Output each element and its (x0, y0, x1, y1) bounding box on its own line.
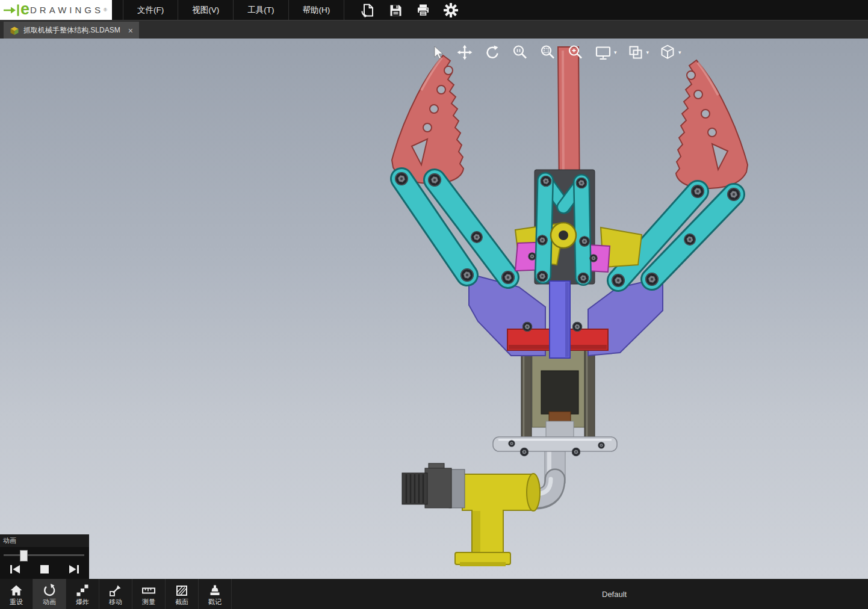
rotate-icon (483, 43, 501, 61)
chevron-down-icon[interactable]: ▾ (646, 50, 649, 55)
skip-end-icon (67, 562, 81, 577)
rotate-tool[interactable] (483, 43, 501, 61)
document-tab[interactable]: 抓取机械手整体结构.SLDASM × (4, 22, 139, 39)
section-icon (175, 583, 189, 598)
viewport-toolbar: ▾ ▾ ▾ (428, 43, 681, 61)
pan-tool[interactable] (456, 43, 474, 61)
viewport: ▾ ▾ ▾ 动画 (0, 39, 868, 579)
logo-registered-mark: ® (104, 7, 107, 13)
part-gripper-finger-right (676, 60, 748, 188)
select-tool[interactable] (428, 43, 446, 61)
menu-tools[interactable]: 工具(T) (234, 0, 288, 20)
appearance-tool[interactable]: ▾ (627, 43, 649, 61)
animation-slider-handle[interactable] (20, 550, 28, 561)
orientation-cube-icon (659, 43, 677, 61)
skip-start-icon (8, 562, 22, 577)
settings-button[interactable] (443, 2, 459, 18)
part-yellow-elbow-bracket (455, 474, 540, 566)
chevron-down-icon[interactable]: ▾ (614, 50, 617, 55)
display-style-tool[interactable]: ▾ (594, 43, 617, 61)
menu-file[interactable]: 文件(F) (123, 0, 178, 20)
tab-close-icon[interactable]: × (128, 26, 133, 36)
viewport-canvas[interactable] (0, 39, 868, 579)
tool-reset[interactable]: 重设 (0, 579, 33, 609)
tab-label: 抓取机械手整体结构.SLDASM (23, 25, 120, 36)
gear-icon (443, 2, 459, 18)
menu-help[interactable]: 帮助(H) (289, 0, 345, 20)
animation-icon (42, 583, 57, 598)
save-button[interactable] (388, 2, 403, 18)
bottom-toolbar: 重设 动画 爆炸 移动 (0, 579, 868, 609)
part-gripper-finger-left (392, 55, 463, 184)
tool-explode[interactable]: 爆炸 (66, 579, 99, 609)
appearance-icon (627, 43, 645, 61)
edrawings-window: e DRAWINGS ® 文件(F) 视图(V) 工具(T) 帮助(H) (0, 0, 868, 609)
part-yellow-hub (551, 223, 576, 248)
measure-icon (141, 583, 156, 598)
skip-to-start-button[interactable] (7, 561, 23, 577)
animation-panel-title: 动画 (3, 536, 16, 545)
tool-animation[interactable]: 动画 (33, 579, 66, 609)
configuration-label: Default (602, 579, 627, 609)
menu-items: 文件(F) 视图(V) 工具(T) 帮助(H) (123, 0, 344, 20)
home-icon (9, 583, 23, 598)
stop-button[interactable] (37, 561, 52, 577)
logo-e: e (20, 1, 29, 17)
zoom-fit-tool[interactable] (511, 43, 529, 61)
part-link-arms-left (401, 179, 508, 277)
stop-icon (37, 562, 52, 577)
logo-text: DRAWINGS (30, 5, 104, 15)
menu-bar: e DRAWINGS ® 文件(F) 视图(V) 工具(T) 帮助(H) (0, 0, 868, 20)
print-button[interactable] (415, 2, 431, 18)
animation-timeline-track[interactable] (4, 554, 84, 556)
display-monitor-icon (594, 43, 612, 61)
pan-icon (456, 43, 474, 61)
zoom-area-icon (539, 43, 557, 61)
skip-to-end-button[interactable] (66, 561, 82, 577)
tab-bar: 抓取机械手整体结构.SLDASM × (0, 20, 868, 39)
print-icon (415, 2, 431, 18)
zoom-area-tool[interactable] (539, 43, 557, 61)
zoom-tool[interactable] (566, 43, 584, 61)
tool-move[interactable]: 移动 (99, 579, 132, 609)
animation-panel: 动画 (0, 534, 89, 579)
zoom-fit-icon (511, 43, 529, 61)
part-blue-column (550, 281, 570, 358)
tool-stamp[interactable]: 戳记 (199, 579, 232, 609)
logo-arrow-icon (4, 4, 20, 17)
part-connector-plug (402, 463, 465, 508)
cursor-icon (428, 43, 446, 61)
zoom-icon (566, 43, 584, 61)
move-component-icon (108, 583, 123, 598)
tool-section[interactable]: 截面 (166, 579, 199, 609)
assembly-icon (10, 26, 19, 36)
menu-toolbar (360, 0, 459, 20)
explode-icon (75, 583, 90, 598)
open-file-icon (360, 2, 376, 18)
stamp-icon (208, 583, 222, 598)
menu-view[interactable]: 视图(V) (178, 0, 234, 20)
view-orientation-tool[interactable]: ▾ (659, 43, 681, 61)
chevron-down-icon[interactable]: ▾ (678, 50, 681, 55)
open-file-button[interactable] (360, 2, 376, 18)
edrawings-logo: e DRAWINGS ® (0, 0, 112, 20)
save-icon (388, 2, 403, 18)
tool-measure[interactable]: 测量 (132, 579, 166, 609)
